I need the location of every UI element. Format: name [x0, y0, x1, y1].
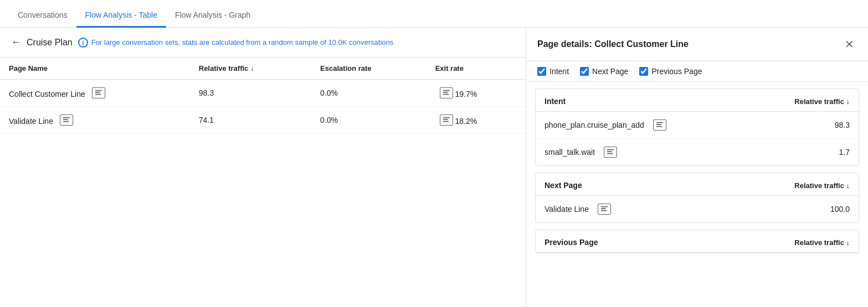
section-row-value: 98.3 [835, 121, 850, 129]
svg-rect-8 [63, 121, 69, 122]
left-panel: ← Cruise Plan i For large conversation s… [0, 28, 526, 307]
svg-rect-13 [656, 124, 661, 125]
svg-rect-0 [95, 90, 102, 91]
row-details-icon[interactable] [598, 204, 611, 215]
checkbox-label-next-page: Next Page [592, 67, 628, 76]
section-data-row: phone_plan.cruise_plan_add 98.3 [536, 112, 859, 139]
checkbox-label-previous-page: Previous Page [651, 67, 702, 76]
panel-header: Page details: Collect Customer Line ✕ [526, 28, 868, 61]
section-row-value: 1.7 [839, 148, 850, 157]
section-row-name: phone_plan.cruise_plan_add [545, 119, 666, 131]
svg-rect-20 [601, 210, 607, 211]
svg-rect-9 [443, 117, 450, 118]
right-panel: Page details: Collect Customer Line ✕ In… [526, 28, 868, 307]
back-button[interactable]: ← [11, 37, 21, 48]
sort-arrow-relative-traffic: ↓ [250, 65, 254, 72]
cell-exit-rate: 19.7% [427, 80, 526, 107]
svg-rect-12 [656, 122, 663, 123]
section-next-page-section: Next Page Relative traffic ↓ Validate Li… [535, 173, 859, 223]
breadcrumb-title: Cruise Plan [27, 38, 73, 48]
cell-relative-traffic: 98.3 [190, 80, 311, 107]
cell-escalation-rate: 0.0% [311, 80, 427, 107]
svg-rect-17 [607, 153, 613, 154]
table-row[interactable]: Validate Line 74.1 0.0% 18.2% [0, 107, 526, 134]
panel-title: Page details: Collect Customer Line [537, 39, 689, 49]
filter-item-next-page: Next Page [580, 67, 628, 76]
svg-rect-10 [443, 119, 448, 120]
table-details-icon-left-1[interactable] [60, 115, 73, 126]
info-notice-text: For large conversation sets, stats are c… [91, 38, 394, 46]
svg-rect-5 [443, 94, 449, 95]
section-header-row: Previous Page Relative traffic ↓ [536, 230, 859, 253]
col-escalation-rate: Escalation rate [311, 58, 427, 80]
section-data-row: Validate Line 100.0 [536, 196, 859, 222]
tab-flow-analysis-table[interactable]: Flow Analysis - Table [76, 4, 166, 28]
table-header-row: Page Name Relative traffic↓ Escalation r… [0, 58, 526, 80]
checkbox-next-page[interactable] [580, 67, 589, 76]
checkbox-label-intent: Intent [549, 67, 569, 76]
section-col-label: Relative traffic ↓ [794, 97, 850, 106]
section-header-label: Intent [545, 97, 566, 106]
main-layout: ← Cruise Plan i For large conversation s… [0, 28, 868, 307]
cell-page-name: Collect Customer Line [0, 80, 190, 107]
svg-rect-1 [95, 92, 100, 93]
checkbox-intent[interactable] [537, 67, 546, 76]
filter-row: Intent Next Page Previous Page [526, 61, 868, 82]
svg-rect-7 [63, 119, 68, 120]
col-page-name: Page Name [0, 58, 190, 80]
section-intent-section: Intent Relative traffic ↓ phone_plan.cru… [535, 89, 859, 166]
table-details-icon-left-0[interactable] [92, 87, 105, 98]
svg-rect-6 [63, 117, 70, 118]
checkbox-previous-page[interactable] [639, 67, 648, 76]
breadcrumb-bar: ← Cruise Plan i For large conversation s… [0, 28, 526, 58]
svg-rect-16 [607, 151, 612, 152]
section-col-label: Relative traffic ↓ [794, 238, 850, 247]
tabs-bar: Conversations Flow Analysis - Table Flow… [0, 0, 868, 28]
section-previous-page-section: Previous Page Relative traffic ↓ [535, 230, 859, 253]
svg-rect-4 [443, 92, 448, 93]
section-row-name: small_talk.wait [545, 147, 617, 158]
section-data-row: small_talk.wait 1.7 [536, 139, 859, 165]
col-exit-rate: Exit rate [427, 58, 526, 80]
section-header-label: Next Page [545, 181, 582, 190]
close-button[interactable]: ✕ [841, 37, 857, 52]
col-relative-traffic[interactable]: Relative traffic↓ [190, 58, 311, 80]
svg-rect-3 [443, 90, 450, 91]
svg-rect-14 [656, 126, 662, 127]
table-row[interactable]: Collect Customer Line 98.3 0.0% 19.7% [0, 80, 526, 107]
cell-escalation-rate: 0.0% [311, 107, 427, 134]
section-row-name: Validate Line [545, 204, 611, 215]
svg-rect-18 [601, 206, 608, 207]
svg-rect-15 [607, 149, 614, 150]
tab-conversations[interactable]: Conversations [9, 4, 76, 28]
tab-flow-analysis-graph[interactable]: Flow Analysis - Graph [166, 4, 259, 28]
row-details-icon[interactable] [653, 119, 666, 131]
svg-rect-2 [95, 94, 101, 95]
table-details-icon-right-1[interactable] [440, 115, 453, 126]
table-details-icon-right-0[interactable] [440, 87, 453, 98]
row-details-icon[interactable] [604, 147, 617, 158]
svg-rect-19 [601, 208, 606, 209]
data-table: Page Name Relative traffic↓ Escalation r… [0, 58, 526, 134]
cell-exit-rate: 18.2% [427, 107, 526, 134]
section-col-label: Relative traffic ↓ [794, 181, 850, 190]
section-header-label: Previous Page [545, 238, 598, 247]
info-notice: i For large conversation sets, stats are… [78, 38, 394, 48]
cell-relative-traffic: 74.1 [190, 107, 311, 134]
svg-rect-11 [443, 121, 449, 122]
info-icon: i [78, 38, 88, 48]
filter-item-intent: Intent [537, 67, 569, 76]
section-header-row: Next Page Relative traffic ↓ [536, 173, 859, 196]
filter-item-previous-page: Previous Page [639, 67, 702, 76]
section-row-value: 100.0 [830, 205, 850, 214]
section-header-row: Intent Relative traffic ↓ [536, 89, 859, 112]
cell-page-name: Validate Line [0, 107, 190, 134]
